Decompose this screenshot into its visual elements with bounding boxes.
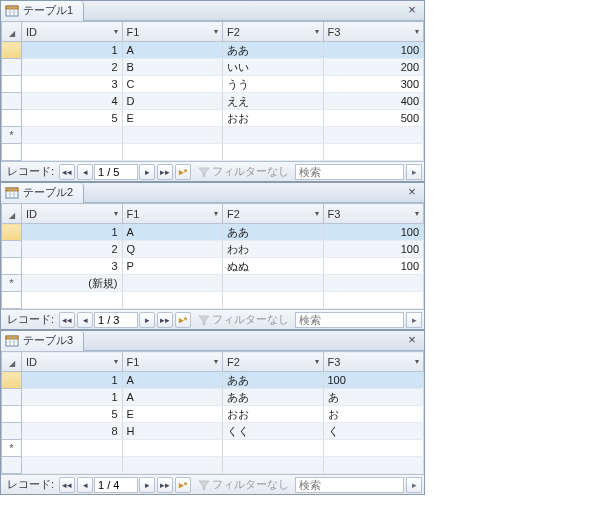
close-button[interactable]: × xyxy=(404,185,420,201)
nav-new-button[interactable]: ▸* xyxy=(175,312,191,328)
cell[interactable]: 4 xyxy=(22,93,123,110)
cell[interactable]: 2 xyxy=(22,241,123,258)
nav-prev-button[interactable]: ◂ xyxy=(77,312,93,328)
cell[interactable]: いい xyxy=(223,59,324,76)
cell[interactable]: E xyxy=(122,110,223,127)
cell[interactable]: D xyxy=(122,93,223,110)
column-header[interactable]: F1▾ xyxy=(122,22,223,42)
row-selector[interactable] xyxy=(2,389,22,406)
nav-next-button[interactable]: ▸ xyxy=(139,477,155,493)
cell[interactable]: 400 xyxy=(323,93,424,110)
cell[interactable]: く xyxy=(323,423,424,440)
column-header[interactable]: F2▾ xyxy=(223,22,324,42)
cell[interactable]: お xyxy=(323,406,424,423)
dropdown-icon[interactable]: ▾ xyxy=(114,357,118,366)
dropdown-icon[interactable]: ▾ xyxy=(315,27,319,36)
cell[interactable]: ああ xyxy=(223,42,324,59)
row-selector[interactable] xyxy=(2,258,22,275)
cell[interactable]: 3 xyxy=(22,258,123,275)
cell[interactable]: (新規) xyxy=(22,275,123,292)
cell[interactable]: くく xyxy=(223,423,324,440)
column-header[interactable]: F2▾ xyxy=(223,204,324,224)
column-header[interactable]: F3▾ xyxy=(323,352,424,372)
record-position-input[interactable] xyxy=(94,312,138,328)
datasheet-tab[interactable]: テーブル2 xyxy=(1,183,84,203)
cell[interactable]: A xyxy=(122,372,223,389)
cell[interactable]: 500 xyxy=(323,110,424,127)
table-row[interactable]: 1Aああ100 xyxy=(2,42,424,59)
cell[interactable]: 100 xyxy=(323,42,424,59)
table-row[interactable]: 1Aあああ xyxy=(2,389,424,406)
table-row[interactable]: 8Hくくく xyxy=(2,423,424,440)
cell[interactable] xyxy=(323,127,424,144)
cell[interactable]: 3 xyxy=(22,76,123,93)
column-header[interactable]: ID▾ xyxy=(22,352,123,372)
new-record-row[interactable]: * xyxy=(2,440,424,457)
filter-status[interactable]: フィルターなし xyxy=(192,477,295,492)
table-row[interactable]: 1Aああ100 xyxy=(2,372,424,389)
dropdown-icon[interactable]: ▾ xyxy=(114,27,118,36)
cell[interactable]: 1 xyxy=(22,224,123,241)
dropdown-icon[interactable]: ▾ xyxy=(214,27,218,36)
cell[interactable]: ああ xyxy=(223,372,324,389)
scroll-right-button[interactable]: ▸ xyxy=(406,477,422,493)
cell[interactable]: 5 xyxy=(22,406,123,423)
cell[interactable]: Q xyxy=(122,241,223,258)
nav-new-button[interactable]: ▸* xyxy=(175,477,191,493)
row-selector[interactable] xyxy=(2,372,22,389)
nav-prev-button[interactable]: ◂ xyxy=(77,164,93,180)
cell[interactable]: A xyxy=(122,42,223,59)
column-header[interactable]: ID▾ xyxy=(22,22,123,42)
cell[interactable]: ああ xyxy=(223,389,324,406)
column-header[interactable]: F3▾ xyxy=(323,22,424,42)
new-record-row[interactable]: *(新規) xyxy=(2,275,424,292)
nav-next-button[interactable]: ▸ xyxy=(139,164,155,180)
scroll-right-button[interactable]: ▸ xyxy=(406,164,422,180)
cell[interactable] xyxy=(22,440,123,457)
cell[interactable]: C xyxy=(122,76,223,93)
cell[interactable]: 1 xyxy=(22,42,123,59)
column-header[interactable]: F2▾ xyxy=(223,352,324,372)
dropdown-icon[interactable]: ▾ xyxy=(315,357,319,366)
cell[interactable]: ああ xyxy=(223,224,324,241)
table-row[interactable]: 5Eおお500 xyxy=(2,110,424,127)
close-button[interactable]: × xyxy=(404,333,420,349)
search-input[interactable] xyxy=(295,477,404,493)
column-header[interactable]: F1▾ xyxy=(122,352,223,372)
dropdown-icon[interactable]: ▾ xyxy=(114,209,118,218)
cell[interactable] xyxy=(122,127,223,144)
nav-last-button[interactable]: ▸▸ xyxy=(157,312,173,328)
cell[interactable] xyxy=(323,440,424,457)
search-input[interactable] xyxy=(295,312,404,328)
select-all-header[interactable]: ◢ xyxy=(2,352,22,372)
cell[interactable]: 2 xyxy=(22,59,123,76)
cell[interactable]: 300 xyxy=(323,76,424,93)
column-header[interactable]: F3▾ xyxy=(323,204,424,224)
cell[interactable]: P xyxy=(122,258,223,275)
table-row[interactable]: 2Qわわ100 xyxy=(2,241,424,258)
cell[interactable]: 1 xyxy=(22,389,123,406)
nav-first-button[interactable]: ◂◂ xyxy=(59,477,75,493)
cell[interactable]: H xyxy=(122,423,223,440)
dropdown-icon[interactable]: ▾ xyxy=(214,209,218,218)
column-header[interactable]: ID▾ xyxy=(22,204,123,224)
row-selector[interactable] xyxy=(2,224,22,241)
cell[interactable]: 5 xyxy=(22,110,123,127)
nav-first-button[interactable]: ◂◂ xyxy=(59,164,75,180)
table-row[interactable]: 3Pぬぬ100 xyxy=(2,258,424,275)
data-grid[interactable]: ◢ID▾F1▾F2▾F3▾1Aああ1001Aあああ5Eおおお8Hくくく* xyxy=(1,351,424,474)
cell[interactable] xyxy=(223,440,324,457)
select-all-header[interactable]: ◢ xyxy=(2,204,22,224)
table-row[interactable]: 5Eおおお xyxy=(2,406,424,423)
row-selector[interactable] xyxy=(2,59,22,76)
dropdown-icon[interactable]: ▾ xyxy=(415,357,419,366)
cell[interactable]: ぬぬ xyxy=(223,258,324,275)
scroll-right-button[interactable]: ▸ xyxy=(406,312,422,328)
row-selector[interactable] xyxy=(2,93,22,110)
search-input[interactable] xyxy=(295,164,404,180)
nav-new-button[interactable]: ▸* xyxy=(175,164,191,180)
select-all-header[interactable]: ◢ xyxy=(2,22,22,42)
cell[interactable] xyxy=(122,440,223,457)
cell[interactable] xyxy=(223,127,324,144)
record-position-input[interactable] xyxy=(94,164,138,180)
